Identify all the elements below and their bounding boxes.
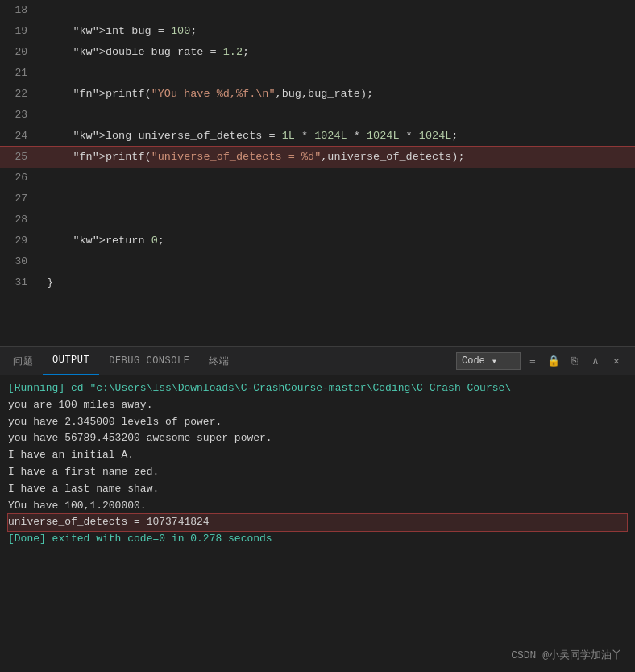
panel-tab-output[interactable]: OUTPUT [43,347,99,375]
output-line: [Done] exited with code=0 in 0.278 secon… [8,531,627,548]
editor-area: 1819 "kw">int bug = 100;20 "kw">double b… [0,0,635,346]
code-line: 20 "kw">double bug_rate = 1.2; [0,42,635,63]
line-content: } [40,272,635,293]
panel-controls: Code▾≡🔒⎘∧✕ [456,352,632,370]
output-line: [Running] cd "c:\Users\lss\Downloads\C-C… [8,380,627,397]
line-number: 30 [0,251,40,272]
line-number: 21 [0,63,40,84]
close-icon[interactable]: ✕ [608,352,625,370]
output-line: I have an initial A. [8,447,627,464]
code-line: 25 "fn">printf("universe_of_detects = %d… [0,147,635,168]
code-line: 19 "kw">int bug = 100; [0,21,635,42]
line-content [40,251,635,272]
code-lines: 1819 "kw">int bug = 100;20 "kw">double b… [0,0,635,293]
output-source-dropdown[interactable]: Code▾ [456,352,521,370]
code-line: 18 [0,0,635,21]
panel-tabs-bar: 问题OUTPUTDEBUG CONSOLE终端Code▾≡🔒⎘∧✕ [0,347,635,375]
code-line: 30 [0,251,635,272]
line-content: "kw">double bug_rate = 1.2; [40,42,635,63]
line-number: 26 [0,168,40,189]
panel-tab-问题[interactable]: 问题 [3,347,43,375]
code-line: 29 "kw">return 0; [0,230,635,251]
line-number: 18 [0,0,40,21]
code-line: 23 [0,105,635,126]
line-number: 23 [0,105,40,126]
list-icon[interactable]: ≡ [524,352,542,370]
output-line: I have a last name shaw. [8,481,627,498]
code-line: 28 [0,209,635,230]
chevron-up-icon[interactable]: ∧ [587,352,604,370]
line-content: "fn">printf("universe_of_detects = %d",u… [40,147,635,168]
output-area[interactable]: [Running] cd "c:\Users\lss\Downloads\C-C… [0,375,635,672]
line-content: "fn">printf("YOu have %d,%f.\n",bug,bug_… [40,84,635,105]
dropdown-value: Code [462,355,485,367]
output-line: I have a first name zed. [8,464,627,481]
code-line: 22 "fn">printf("YOu have %d,%f.\n",bug,b… [0,84,635,105]
output-line: you have 2.345000 levels of power. [8,414,627,431]
line-number: 28 [0,209,40,230]
output-line: YOu have 100,1.200000. [8,498,627,515]
line-content: "kw">return 0; [40,230,635,251]
line-number: 25 [0,147,40,168]
line-number: 19 [0,21,40,42]
code-line: 24 "kw">long universe_of_detects = 1L * … [0,126,635,147]
output-line: you have 56789.453200 awesome super powe… [8,430,627,447]
line-number: 24 [0,126,40,147]
output-line: universe_of_detects = 1073741824 [8,514,627,531]
panel-tab-debug-console[interactable]: DEBUG CONSOLE [99,347,199,375]
line-number: 31 [0,272,40,293]
code-line: 31} [0,272,635,293]
line-number: 29 [0,230,40,251]
watermark: CSDN @小吴同学加油丫 [511,648,622,662]
code-line: 26 [0,168,635,189]
line-content: "kw">long universe_of_detects = 1L * 102… [40,126,635,147]
panel-area: 问题OUTPUTDEBUG CONSOLE终端Code▾≡🔒⎘∧✕ [Runni… [0,346,635,672]
panel-tab-终端[interactable]: 终端 [199,347,239,375]
lock-icon[interactable]: 🔒 [545,352,562,370]
line-content: "kw">int bug = 100; [40,21,635,42]
line-number: 22 [0,84,40,105]
line-number: 27 [0,189,40,209]
output-line: you are 100 miles away. [8,397,627,414]
copy-icon[interactable]: ⎘ [566,352,583,370]
line-number: 20 [0,42,40,63]
code-line: 27 [0,189,635,209]
chevron-down-icon: ▾ [492,355,497,367]
code-line: 21 [0,63,635,84]
